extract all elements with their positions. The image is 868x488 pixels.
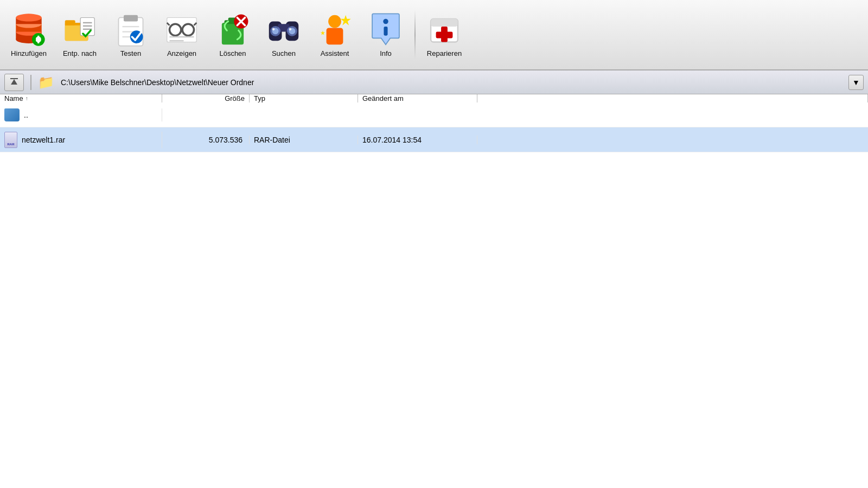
col-header-extra xyxy=(477,94,868,102)
svg-rect-20 xyxy=(124,15,138,21)
folder-icon-parent xyxy=(4,108,20,121)
col-header-size[interactable]: Größe xyxy=(163,94,250,102)
assistent-label: Assistent xyxy=(321,49,349,57)
svg-marker-51 xyxy=(321,30,325,35)
svg-rect-58 xyxy=(10,78,18,79)
reparieren-label: Reparieren xyxy=(427,49,462,57)
hinzufuegen-button[interactable]: Hinzufügen xyxy=(4,5,53,65)
file-list-right: 5.073.536 RAR-Datei 16.07.2014 13:54 xyxy=(163,102,868,152)
repair-icon xyxy=(427,12,462,47)
col-headers-right: Größe Typ Geändert am xyxy=(163,94,868,102)
assistent-button[interactable]: Assistent xyxy=(310,5,359,65)
empty-area xyxy=(163,152,868,488)
svg-point-6 xyxy=(16,14,41,21)
addressbar: 📁 C:\Users\Mike Belschner\Desktop\Netzwe… xyxy=(0,70,868,94)
extract-icon xyxy=(62,12,97,47)
anzeigen-label: Anzeigen xyxy=(167,49,196,57)
cell-date-rar: 16.07.2014 13:54 xyxy=(358,136,477,144)
file-row-right-rar[interactable]: 5.073.536 RAR-Datei 16.07.2014 13:54 xyxy=(163,127,868,152)
svg-rect-49 xyxy=(327,28,343,44)
up-button[interactable] xyxy=(4,74,24,91)
address-dropdown[interactable]: ▼ xyxy=(848,75,864,90)
filename-parent: .. xyxy=(24,111,28,119)
left-column: Name ↑ .. netzwelt1.rar xyxy=(0,94,163,488)
testen-label: Testen xyxy=(120,49,141,57)
file-area: Name ↑ .. netzwelt1.rar Grö xyxy=(0,94,868,488)
svg-marker-50 xyxy=(341,15,351,25)
info-button[interactable]: Info xyxy=(361,5,410,65)
svg-point-48 xyxy=(328,15,341,28)
info-icon xyxy=(368,12,403,47)
suchen-button[interactable]: Suchen xyxy=(259,5,308,65)
add-archive-icon xyxy=(11,12,46,47)
cell-name-parent: .. xyxy=(0,108,162,121)
file-row-parent[interactable]: .. xyxy=(0,102,163,127)
svg-rect-53 xyxy=(384,27,387,36)
info-label: Info xyxy=(380,49,392,57)
address-separator xyxy=(30,75,31,90)
svg-point-46 xyxy=(272,28,275,30)
wizard-icon xyxy=(317,12,352,47)
cell-name-rar: netzwelt1.rar xyxy=(0,132,162,148)
delete-icon xyxy=(215,12,250,47)
rar-file-icon xyxy=(4,132,17,148)
test-icon xyxy=(113,12,148,47)
anzeigen-button[interactable]: Anzeigen xyxy=(157,5,206,65)
suchen-label: Suchen xyxy=(272,49,296,57)
entp-nach-label: Entp. nach xyxy=(63,49,97,57)
file-row-right-parent[interactable] xyxy=(163,102,868,127)
svg-point-52 xyxy=(383,18,388,23)
toolbar-separator xyxy=(414,10,416,59)
col-header-date[interactable]: Geändert am xyxy=(358,94,477,102)
svg-rect-57 xyxy=(436,31,453,38)
toolbar: Hinzufügen Entp. nach xyxy=(0,0,868,70)
reparieren-button[interactable]: Reparieren xyxy=(420,5,469,65)
svg-point-47 xyxy=(289,28,291,30)
view-icon xyxy=(164,12,199,47)
hinzufuegen-label: Hinzufügen xyxy=(11,49,47,57)
cell-type-rar: RAR-Datei xyxy=(250,136,358,144)
loschen-button[interactable]: Löschen xyxy=(208,5,257,65)
cell-size-rar: 5.073.536 xyxy=(163,136,250,144)
svg-rect-14 xyxy=(65,20,75,25)
search-icon xyxy=(266,12,301,47)
col-header-name[interactable]: Name ↑ xyxy=(0,94,162,102)
loschen-label: Löschen xyxy=(219,49,246,57)
folder-icon: 📁 xyxy=(38,75,54,90)
entp-nach-button[interactable]: Entp. nach xyxy=(55,5,104,65)
svg-rect-11 xyxy=(36,38,41,41)
file-row-rar[interactable]: netzwelt1.rar xyxy=(0,127,163,152)
filename-rar: netzwelt1.rar xyxy=(22,136,65,144)
right-column: Größe Typ Geändert am xyxy=(163,94,868,488)
svg-rect-55 xyxy=(431,18,458,26)
testen-button[interactable]: Testen xyxy=(106,5,155,65)
col-header-type[interactable]: Typ xyxy=(250,94,358,102)
svg-marker-59 xyxy=(11,79,17,85)
address-path: C:\Users\Mike Belschner\Desktop\Netzwelt… xyxy=(61,78,254,87)
file-list-left: .. netzwelt1.rar xyxy=(0,102,163,152)
